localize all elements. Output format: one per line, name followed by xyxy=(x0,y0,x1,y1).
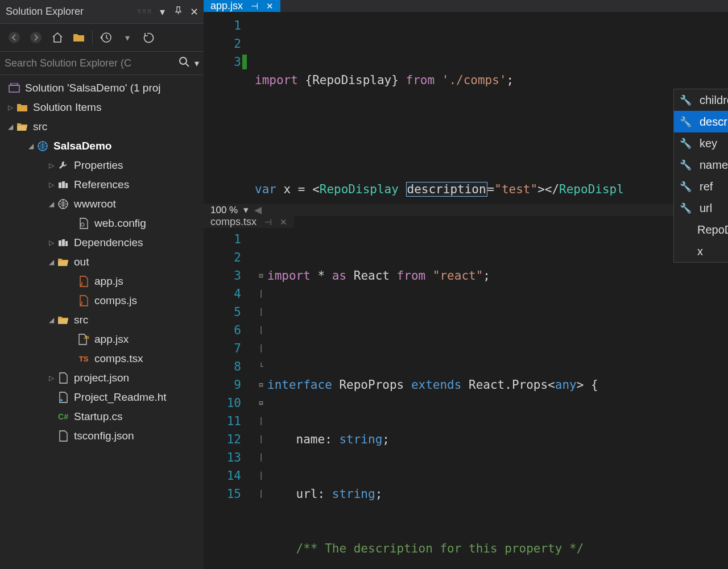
tree-item-projectjson[interactable]: ▷ project.json xyxy=(0,368,204,388)
csharp-file-icon: C# xyxy=(56,412,71,421)
zoom-dropdown-icon[interactable]: ▾ xyxy=(243,204,249,216)
line-gutter: 1 2 3 xyxy=(204,16,255,204)
tree-item-webconfig[interactable]: web.config xyxy=(0,214,204,233)
folder-open-icon xyxy=(15,122,30,131)
folder-open-icon[interactable] xyxy=(71,29,88,46)
collapse-arrow-icon[interactable]: ◢ xyxy=(26,142,35,150)
jsx-file-icon: JS xyxy=(76,334,91,345)
references-icon xyxy=(56,238,71,247)
code-body[interactable]: import * as React from "react"; interfac… xyxy=(267,230,728,569)
search-icon[interactable] xyxy=(179,56,190,70)
collapse-arrow-icon[interactable]: ◢ xyxy=(47,258,56,266)
intellisense-item[interactable]: 🔧ref xyxy=(674,176,728,197)
property-icon: 🔧 xyxy=(680,94,692,106)
close-icon[interactable]: ✕ xyxy=(188,6,200,18)
tree-item-src[interactable]: ◢ src xyxy=(0,117,204,136)
home-icon[interactable] xyxy=(49,29,66,46)
svg-point-3 xyxy=(180,57,187,64)
tree-item-src-folder[interactable]: ◢ src xyxy=(0,310,204,330)
property-icon: 🔧 xyxy=(680,116,692,128)
tree-item-out[interactable]: ◢ out xyxy=(0,252,204,272)
panel-title: Solution Explorer xyxy=(3,6,134,18)
line-gutter: 1 2 3 4 5 6 7 8 9 10 11 12 13 14 15 xyxy=(204,230,255,569)
svg-rect-14 xyxy=(65,241,68,246)
tree-item-salsademo[interactable]: ◢ SalsaDemo xyxy=(0,136,204,156)
tree-item-dependencies[interactable]: ▷ Dependencies xyxy=(0,233,204,252)
search-dropdown-icon[interactable]: ▾ xyxy=(195,58,199,69)
js-file-icon xyxy=(76,276,91,287)
tree-item-compstsx[interactable]: TS comps.tsx xyxy=(0,349,204,368)
intellisense-item[interactable]: x xyxy=(674,240,728,262)
svg-rect-13 xyxy=(62,239,65,246)
svg-point-0 xyxy=(9,32,20,43)
history-icon[interactable] xyxy=(97,29,114,46)
tree-item-tsconfig[interactable]: tsconfig.json xyxy=(0,426,204,446)
code-body[interactable]: import {RepoDisplay} from './comps'; var… xyxy=(255,16,728,204)
intellisense-popup: 🔧children 🔧description 🔧key 🔧name 🔧ref 🔧… xyxy=(673,89,728,263)
expand-arrow-icon[interactable]: ▷ xyxy=(6,103,15,111)
web-project-icon xyxy=(35,140,50,152)
intellisense-item[interactable]: 🔧key xyxy=(674,132,728,154)
tree-item-compsjs[interactable]: comps.js xyxy=(0,291,204,310)
tree-item-wwwroot[interactable]: ◢ wwwroot xyxy=(0,194,204,214)
html-file-icon xyxy=(56,392,71,403)
collapse-arrow-icon[interactable]: ◢ xyxy=(6,123,15,131)
fold-minus-icon[interactable]: ⊟ xyxy=(255,394,267,412)
svg-rect-12 xyxy=(59,240,61,246)
svg-rect-4 xyxy=(9,85,19,92)
tree-item-appjs[interactable]: app.js xyxy=(0,272,204,291)
pin-icon[interactable] xyxy=(172,6,184,18)
intellisense-item-selected[interactable]: 🔧description xyxy=(674,111,728,132)
wrench-icon xyxy=(56,160,71,171)
back-button[interactable] xyxy=(6,29,23,46)
editor-appjsx[interactable]: 1 2 3 import {RepoDisplay} from './comps… xyxy=(204,12,728,204)
line-number: 2 xyxy=(204,35,241,53)
tree-item-properties[interactable]: ▷ Properties xyxy=(0,156,204,175)
solution-explorer-header: Solution Explorer ⠿⠿⠿ ▾ ✕ xyxy=(0,0,204,24)
expand-arrow-icon[interactable]: ▷ xyxy=(47,181,56,189)
tree-item-readme[interactable]: Project_Readme.ht xyxy=(0,388,204,407)
fold-minus-icon[interactable]: ⊟ xyxy=(255,376,267,394)
intellisense-item[interactable]: 🔧url xyxy=(674,197,728,219)
expand-arrow-icon[interactable]: ▷ xyxy=(47,239,56,247)
tree-item-solution-items[interactable]: ▷ Solution Items xyxy=(0,98,204,117)
caret-down-icon[interactable]: ▾ xyxy=(119,29,136,46)
refresh-icon[interactable] xyxy=(140,29,158,46)
tab-appjsx[interactable]: app.jsx ⊣ ✕ xyxy=(204,0,280,12)
expand-arrow-icon[interactable]: ▷ xyxy=(47,161,56,169)
search-input[interactable] xyxy=(5,57,174,69)
intellisense-item[interactable]: 🔧children xyxy=(674,89,728,111)
tree-item-references[interactable]: ▷ References xyxy=(0,175,204,194)
drag-dots-icon: ⠿⠿⠿ xyxy=(137,9,152,15)
solution-label: Solution 'SalsaDemo' (1 proj xyxy=(25,82,161,94)
svg-rect-8 xyxy=(62,181,65,188)
expand-arrow-icon[interactable]: ▷ xyxy=(47,374,56,382)
editor-area: app.jsx ⊣ ✕ 1 2 3 import {RepoDisplay} f… xyxy=(204,0,728,569)
editor-compstsx[interactable]: 1 2 3 4 5 6 7 8 9 10 11 12 13 14 15 ⊟ ││… xyxy=(204,228,728,569)
pin-icon[interactable]: ⊣ xyxy=(251,1,258,11)
svg-point-11 xyxy=(81,223,84,226)
close-icon[interactable]: ✕ xyxy=(266,1,274,11)
forward-button[interactable] xyxy=(27,29,44,46)
fold-minus-icon[interactable]: ⊟ xyxy=(255,267,267,285)
svg-point-1 xyxy=(30,32,42,43)
line-number: 1 xyxy=(204,16,241,35)
solution-icon xyxy=(7,83,22,93)
svg-point-16 xyxy=(60,399,63,401)
tree-item-startup[interactable]: C# Startup.cs xyxy=(0,407,204,426)
dropdown-caret-icon[interactable]: ▾ xyxy=(156,6,168,18)
json-file-icon xyxy=(56,430,71,442)
zoom-level[interactable]: 100 % xyxy=(210,205,238,216)
svg-text:JS: JS xyxy=(84,335,89,340)
solution-root[interactable]: Solution 'SalsaDemo' (1 proj xyxy=(0,78,204,98)
tree-item-appjsx[interactable]: JS app.jsx xyxy=(0,330,204,349)
intellisense-item[interactable]: RepoDisplay xyxy=(674,219,728,240)
solution-toolbar: ▾ xyxy=(0,24,204,51)
separator xyxy=(92,30,93,45)
collapse-arrow-icon[interactable]: ◢ xyxy=(47,316,56,324)
property-icon: 🔧 xyxy=(680,181,692,193)
change-marker xyxy=(242,55,247,69)
collapse-arrow-icon[interactable]: ◢ xyxy=(47,200,56,208)
intellisense-item[interactable]: 🔧name xyxy=(674,154,728,176)
folder-open-icon xyxy=(56,315,71,325)
